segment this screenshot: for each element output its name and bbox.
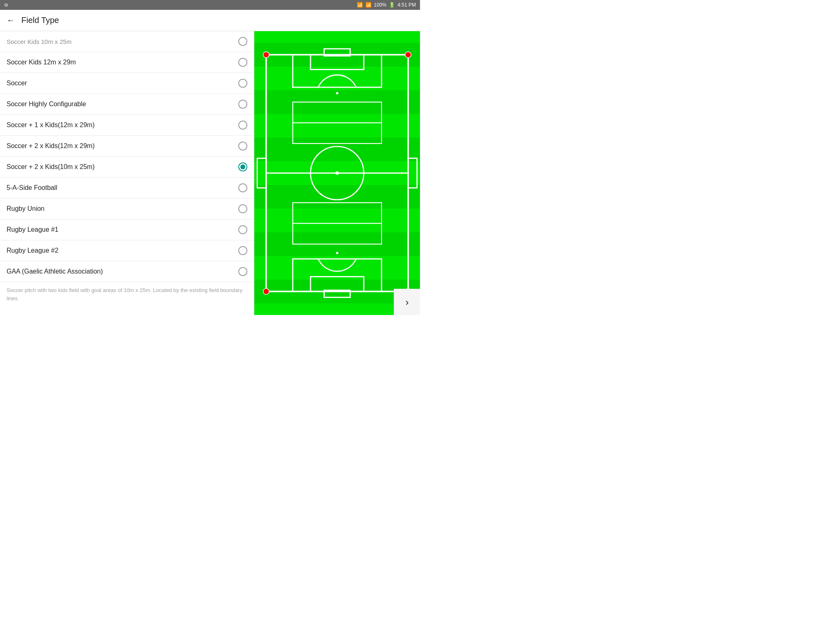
field-type-label: Soccer + 2 x Kids(10m x 25m)	[7, 163, 95, 171]
list-item[interactable]: Soccer Kids 12m x 29m	[0, 52, 254, 73]
field-description: Soccer pitch with two kids field with go…	[0, 282, 254, 306]
list-item[interactable]: Soccer + 2 x Kids(10m x 25m)	[0, 157, 254, 178]
wifi-icon: 📶	[357, 2, 363, 8]
radio-button[interactable]	[238, 162, 247, 171]
list-item[interactable]: Rugby Union	[0, 199, 254, 219]
field-type-label: Soccer + 2 x Kids(12m x 29m)	[7, 142, 95, 150]
time-display: 4:51 PM	[397, 2, 416, 8]
field-type-label: Soccer Kids 10m x 25m	[7, 38, 71, 45]
app-header: ← Field Type	[0, 10, 420, 31]
svg-point-25	[263, 52, 269, 57]
svg-point-27	[263, 288, 269, 294]
list-item[interactable]: Soccer + 1 x Kids(12m x 29m)	[0, 115, 254, 136]
field-container	[254, 31, 420, 315]
list-item[interactable]: Soccer Highly Configurable	[0, 94, 254, 115]
main-layout: Soccer Kids 10m x 25mSoccer Kids 12m x 2…	[0, 31, 420, 315]
radio-button[interactable]	[238, 225, 247, 234]
list-item[interactable]: GAA (Gaelic Athletic Association)	[0, 261, 254, 282]
field-type-list: Soccer Kids 10m x 25mSoccer Kids 12m x 2…	[0, 31, 254, 315]
status-bar: ⊖ 📶 📶 100% 🔋 4:51 PM	[0, 0, 420, 10]
signal-icon: 📶	[365, 2, 372, 8]
svg-point-26	[405, 52, 411, 57]
radio-button[interactable]	[238, 100, 247, 109]
field-type-label: Rugby League #1	[7, 226, 58, 233]
next-button[interactable]: ›	[394, 289, 420, 315]
svg-point-15	[336, 252, 338, 254]
field-type-label: Soccer Highly Configurable	[7, 100, 86, 108]
radio-button[interactable]	[238, 183, 247, 192]
field-preview-panel: ›	[254, 31, 420, 315]
back-button[interactable]: ←	[7, 16, 15, 25]
field-type-label: Rugby Union	[7, 205, 45, 212]
radio-button[interactable]	[238, 121, 247, 130]
radio-button[interactable]	[238, 79, 247, 88]
list-item[interactable]: Soccer + 2 x Kids(12m x 29m)	[0, 136, 254, 157]
radio-button[interactable]	[238, 37, 247, 46]
list-item[interactable]: Rugby League #2	[0, 240, 254, 261]
field-type-label: Soccer + 1 x Kids(12m x 29m)	[7, 121, 95, 129]
field-diagram	[254, 31, 420, 315]
radio-button[interactable]	[238, 246, 247, 255]
svg-point-18	[336, 171, 339, 175]
field-type-label: GAA (Gaelic Athletic Association)	[7, 268, 103, 275]
field-type-label: Rugby League #2	[7, 247, 58, 254]
list-item[interactable]: Soccer	[0, 73, 254, 94]
status-bar-left: ⊖	[4, 2, 8, 8]
radio-button[interactable]	[238, 204, 247, 213]
radio-button[interactable]	[238, 142, 247, 151]
battery-icon: 🔋	[389, 2, 395, 8]
field-type-label: Soccer	[7, 80, 27, 87]
list-item[interactable]: Rugby League #1	[0, 219, 254, 240]
list-item[interactable]: Soccer Kids 10m x 25m	[0, 31, 254, 52]
svg-rect-3	[254, 137, 420, 161]
field-type-label: 5-A-Side Football	[7, 184, 57, 192]
svg-rect-4	[254, 185, 420, 209]
list-item[interactable]: 5-A-Side Football	[0, 178, 254, 199]
field-type-label: Soccer Kids 12m x 29m	[7, 59, 76, 66]
svg-point-11	[336, 92, 338, 94]
radio-button[interactable]	[238, 58, 247, 67]
battery-level: 100%	[374, 2, 387, 8]
page-title: Field Type	[21, 16, 59, 25]
radio-button[interactable]	[238, 267, 247, 276]
